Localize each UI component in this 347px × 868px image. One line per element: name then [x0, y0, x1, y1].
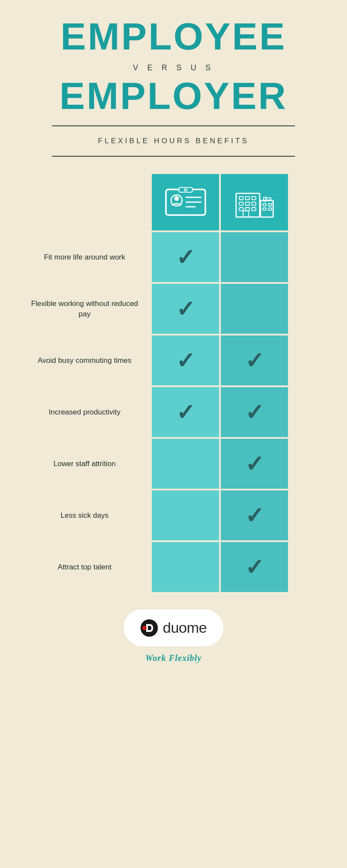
employee-check-cell: ✓ [152, 232, 219, 282]
subtitle: FLEXIBLE HOURS BENEFITS [98, 137, 249, 145]
employee-check-cell [152, 490, 219, 540]
svg-rect-14 [252, 202, 255, 205]
svg-rect-18 [243, 211, 249, 217]
employee-check-cell [152, 542, 219, 592]
duome-logo-icon [140, 619, 158, 637]
title-employee: EMPLOYEE [61, 17, 287, 56]
employee-check-cell: ✓ [152, 284, 219, 334]
svg-rect-22 [263, 208, 266, 210]
employer-check-cell: ✓ [221, 335, 288, 385]
checkmark: ✓ [176, 244, 195, 270]
building-icon [233, 185, 276, 220]
table-rows: Fit more life around work✓Flexible worki… [17, 230, 330, 592]
employee-check-cell: ✓ [152, 335, 219, 385]
benefits-table: Fit more life around work✓Flexible worki… [0, 174, 347, 592]
row-label: Attract top talent [17, 542, 152, 592]
row-label: Flexible working without reduced pay [17, 284, 152, 334]
svg-rect-6 [179, 187, 192, 192]
checkmark: ✓ [245, 451, 264, 477]
svg-rect-23 [268, 208, 271, 210]
checkmark: ✓ [245, 399, 264, 425]
checkmark: ✓ [245, 554, 264, 580]
checkmark: ✓ [176, 399, 195, 425]
table-row: Fit more life around work✓ [17, 232, 330, 282]
svg-rect-15 [239, 207, 243, 210]
header-section: EMPLOYEE V E R S U S EMPLOYER FLEXIBLE H… [0, 0, 347, 174]
svg-point-2 [174, 196, 179, 201]
row-label: Fit more life around work [17, 232, 152, 282]
logo-container: duome [124, 609, 223, 646]
table-row: Attract top talent✓ [17, 542, 330, 592]
svg-rect-10 [246, 197, 249, 200]
logo-text: duome [163, 619, 206, 636]
employee-icon-cell [152, 174, 219, 230]
svg-rect-9 [239, 197, 243, 200]
checkmark: ✓ [176, 348, 195, 374]
versus-text: V E R S U S [133, 63, 214, 72]
svg-rect-12 [239, 202, 243, 205]
table-row: Lower staff attrition✓ [17, 439, 330, 489]
row-label: Lower staff attrition [17, 439, 152, 489]
svg-point-27 [142, 626, 147, 630]
checkmark: ✓ [245, 503, 264, 529]
employer-check-cell: ✓ [221, 542, 288, 592]
employer-check-cell [221, 284, 288, 334]
tagline: Work Flexibly [145, 653, 202, 663]
employee-icon [164, 185, 207, 220]
checkmark: ✓ [245, 348, 264, 374]
table-row: Flexible working without reduced pay✓ [17, 284, 330, 334]
employer-check-cell: ✓ [221, 490, 288, 540]
table-row: Increased productivity✓✓ [17, 387, 330, 437]
employer-icon-cell [221, 174, 288, 230]
svg-rect-25 [266, 198, 271, 200]
svg-rect-20 [263, 204, 266, 206]
table-header-row [17, 174, 330, 230]
table-row: Less sick days✓ [17, 490, 330, 540]
row-label: Increased productivity [17, 387, 152, 437]
employee-check-cell [152, 439, 219, 489]
footer-section: duome Work Flexibly [0, 592, 347, 676]
checkmark: ✓ [176, 296, 195, 322]
employer-check-cell [221, 232, 288, 282]
title-employer: EMPLOYER [59, 77, 288, 115]
svg-rect-13 [246, 202, 249, 205]
row-label: Avoid busy commuting times [17, 335, 152, 385]
svg-rect-21 [268, 204, 271, 206]
row-label: Less sick days [17, 490, 152, 540]
employer-check-cell: ✓ [221, 387, 288, 437]
label-col-header [17, 174, 152, 230]
divider-top [52, 125, 295, 126]
employee-check-cell: ✓ [152, 387, 219, 437]
svg-rect-11 [252, 197, 255, 200]
employer-check-cell: ✓ [221, 439, 288, 489]
svg-rect-16 [246, 207, 249, 210]
svg-rect-17 [252, 207, 255, 210]
divider-bottom [52, 156, 295, 157]
table-row: Avoid busy commuting times✓✓ [17, 335, 330, 385]
